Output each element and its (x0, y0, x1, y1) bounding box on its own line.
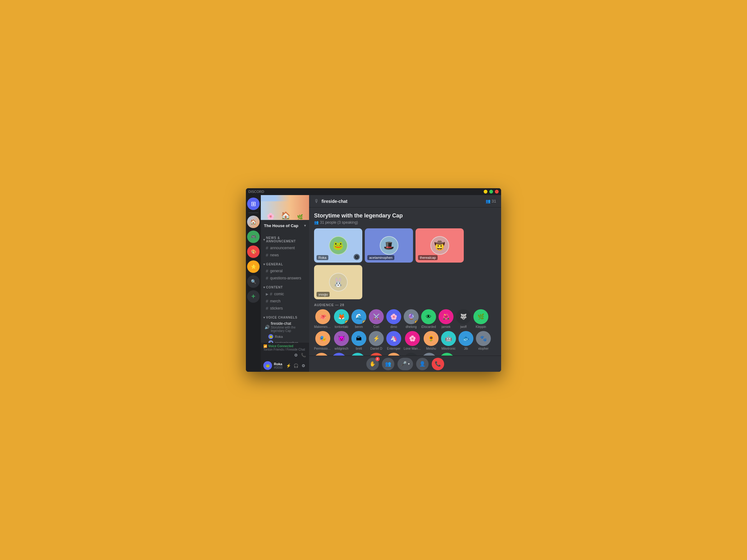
speaker-avatar-acetaminophen: 🎩 (380, 236, 398, 255)
audience-name-1: tontontaki (335, 325, 348, 328)
hash-icon: # (266, 306, 268, 311)
settings-button[interactable]: ⚙ (300, 363, 307, 369)
audience-member-16[interactable]: 🌻 Meishu (423, 331, 439, 350)
audience-member-23[interactable]: 🧨 ibuprofen (369, 353, 384, 355)
server-icon-discord[interactable]: ⊞ (247, 197, 260, 210)
channel-comic[interactable]: ▶ # comic (262, 291, 308, 297)
audience-member-5[interactable]: 🔮🎖 dhelong (404, 309, 419, 328)
close-button[interactable]: × (495, 190, 499, 193)
hash-icon: # (266, 245, 268, 250)
audience-name-19: xtopher (478, 347, 488, 350)
channel-merch[interactable]: # merch (262, 298, 308, 304)
server-name-row[interactable]: The House of Cap ▾ (261, 220, 309, 231)
window-controls: — □ × (484, 190, 499, 193)
speaker-card-acetaminophen: 🎩 acetaminophen (365, 229, 413, 263)
server-icon-5[interactable]: 🔍 (247, 275, 260, 288)
voice-settings-button[interactable]: ⚙ (293, 352, 299, 358)
audience-member-22[interactable]: 🌊 casual gamer (349, 353, 366, 355)
hash-icon: # (270, 292, 272, 296)
stage-controls: ✋ 2 👥 🎤 ▾ 👤 📞 (309, 355, 501, 372)
audience-member-24[interactable]: 🦊 rnanda (386, 353, 401, 355)
server-dropdown-icon[interactable]: ▾ (304, 223, 306, 228)
user-tag: #0000 (274, 366, 283, 369)
channel-news[interactable]: # news (262, 252, 308, 259)
category-voice[interactable]: ▾VOICE CHANNELS (261, 312, 309, 320)
raise-hand-button[interactable]: ✋ 2 (366, 358, 379, 370)
add-person-button[interactable]: 👤 (416, 358, 429, 370)
boost-button[interactable]: ⚡ (285, 363, 292, 369)
audience-section: AUDIENCE — 28 🐙 Makemespeakrr 🦊⚙ tontont… (309, 302, 501, 355)
channel-announcement[interactable]: # announcement (262, 244, 308, 251)
audience-member-7[interactable]: 🌺 jamiek (439, 309, 454, 328)
server-icon-1[interactable]: 🏠 (247, 216, 260, 228)
channel-stickers[interactable]: # stickers (262, 305, 308, 312)
sidebar: 🌸 🏠 🌿 The House of Cap ▾ ▾NEWS & ANNOUNC… (261, 195, 309, 372)
audience-member-1[interactable]: 🦊⚙ tontontaki (334, 309, 349, 328)
username: Roka (274, 362, 283, 366)
audience-member-0[interactable]: 🐙 Makemespeakrr (314, 309, 332, 328)
category-general[interactable]: ▾GENERAL (261, 259, 309, 267)
audience-member-15[interactable]: 🌸 Lone Wanderer (404, 331, 421, 350)
audience-member-19[interactable]: 🐾 xtopher (476, 331, 491, 350)
audience-member-10[interactable]: 🎭 Permission Man (314, 331, 332, 350)
audience-member-14[interactable]: 🦄 Entemper (386, 331, 401, 350)
server-icon-3[interactable]: 🎨 (247, 245, 260, 258)
leave-button[interactable]: 📞 (432, 358, 444, 370)
member-count: 👥 31 (486, 199, 496, 204)
voice-controls: ⚙ 📞 (263, 352, 307, 358)
audience-avatar-27: 💉 (439, 353, 455, 355)
audience-member-25[interactable]: 🎭 zuko (404, 353, 419, 355)
audience-name-11: wildgrinch (335, 347, 348, 350)
mic-icon: 🎤 (401, 361, 407, 367)
server-icon-2[interactable]: 🎮 (247, 231, 260, 243)
channel-general[interactable]: # general (262, 268, 308, 274)
category-content[interactable]: ▾CONTENT (261, 282, 309, 290)
maximize-button[interactable]: □ (489, 190, 493, 193)
audience-member-9[interactable]: 🌿 Kleppin (473, 309, 488, 328)
voice-channel-fireside[interactable]: 🔊 fireside-chat Storytime with the legen… (261, 320, 309, 334)
minimize-button[interactable]: — (484, 190, 487, 193)
headphone-button[interactable]: 🎧 (293, 363, 299, 369)
vc-user-acetaminophen[interactable]: 🎩 acetaminophen (261, 340, 309, 343)
audience-avatar-21: 😈 (332, 353, 346, 355)
audience-member-20[interactable]: 🎨 abfuscate (314, 353, 329, 355)
voice-status: 📶 Voice Connected (263, 344, 307, 348)
audience-member-13[interactable]: ⚡ Daniel D (369, 331, 384, 350)
audience-member-26[interactable]: 😷💊 wearamask (421, 353, 437, 355)
audience-header: AUDIENCE — 28 (314, 303, 496, 307)
speaker-avatar-roka: 🐸 (329, 236, 348, 255)
voice-channel-name: fireside-chat (271, 321, 307, 326)
speaker-name-roka: Roka (316, 255, 328, 260)
voice-disconnect-button[interactable]: 📞 (300, 352, 307, 358)
audience-member-2[interactable]: 🌊🔧 benm (352, 309, 366, 328)
stage-subtitle: 👥 31 people (3 speaking) (314, 220, 496, 224)
mic-button[interactable]: 🎤 ▾ (397, 358, 413, 370)
discord-window: DISCORD — □ × ⊞ 🏠 🎮 🎨 ⭐ 🔍 + (246, 188, 501, 372)
audience-avatar-15: 🌸 (405, 331, 420, 346)
audience-member-21[interactable]: 😈 Bench (332, 353, 346, 355)
speaker-icon: 🎙 (314, 198, 319, 204)
audience-avatar-24: 🦊 (386, 353, 401, 355)
audience-avatar-19: 🐾 (476, 331, 491, 346)
audience-name-10: Permission Man (314, 347, 332, 350)
audience-avatar-16: 🌻 (423, 331, 439, 346)
audience-member-27[interactable]: 💉 getvax (439, 353, 455, 355)
audience-member-6[interactable]: 👁 iDiscarded (421, 309, 436, 328)
mic-arrow-icon[interactable]: ▾ (408, 362, 410, 366)
audience-member-3[interactable]: ⚔️ Cori (369, 309, 384, 328)
channel-questions[interactable]: # questions-answers (262, 275, 308, 282)
audience-name-0: Makemespeakrr (314, 325, 332, 328)
invite-button[interactable]: 👥 (382, 358, 394, 370)
audience-member-4[interactable]: 🌸 dimo (386, 309, 401, 328)
audience-member-17[interactable]: 🤖 Miketronic (441, 331, 456, 350)
audience-member-8[interactable]: 🐺 jwoff (456, 309, 471, 328)
vc-user-roka[interactable]: 🐸 Roka (261, 334, 309, 340)
add-server-button[interactable]: + (247, 290, 260, 303)
category-news[interactable]: ▾NEWS & ANNOUNCEMENT (261, 232, 309, 244)
audience-avatar-14: 🦄 (386, 331, 401, 346)
audience-member-18[interactable]: 🐟 Jib (459, 331, 473, 350)
audience-name-4: dimo (390, 325, 397, 328)
audience-member-12[interactable]: 🏔 brett (352, 331, 366, 350)
server-icon-4[interactable]: ⭐ (247, 260, 260, 273)
audience-member-11[interactable]: 😈 wildgrinch (334, 331, 349, 350)
